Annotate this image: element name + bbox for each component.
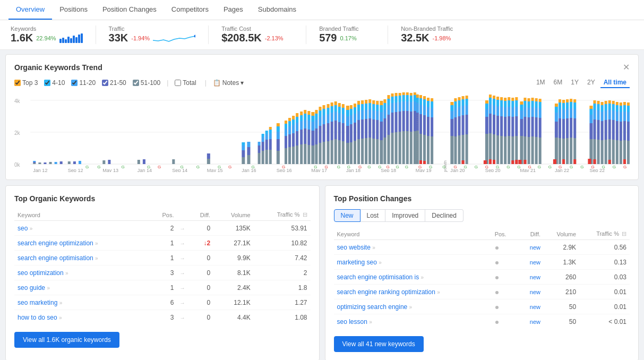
svg-rect-117 [292, 119, 295, 125]
pc-kw-link-5[interactable]: optimizing search engine [337, 303, 408, 311]
svg-rect-136 [307, 121, 310, 130]
nav-item-position-changes[interactable]: Position Changes [95, 0, 164, 20]
svg-rect-145 [319, 126, 321, 143]
svg-rect-420 [605, 140, 607, 164]
svg-rect-330 [504, 117, 506, 136]
svg-rect-443 [620, 112, 622, 122]
svg-rect-183 [350, 105, 353, 109]
traffic-filter-icon[interactable]: ⊟ [303, 211, 307, 218]
time-btn-6m[interactable]: 6M [551, 78, 566, 88]
nav-item-overview[interactable]: Overview [8, 0, 52, 20]
view-all-new-keywords-button[interactable]: View all 41 new keywords [334, 336, 424, 352]
svg-rect-353 [523, 107, 526, 117]
stat-traffic-cost-value: $208.5K [221, 32, 262, 44]
legend-total[interactable]: Total [175, 79, 196, 87]
svg-rect-282 [431, 117, 433, 136]
svg-rect-37 [311, 145, 314, 164]
svg-rect-196 [361, 110, 364, 119]
svg-rect-279 [427, 101, 430, 107]
svg-rect-388 [566, 138, 569, 164]
svg-rect-329 [504, 136, 506, 164]
svg-rect-376 [539, 99, 542, 102]
svg-rect-251 [406, 101, 409, 111]
svg-rect-440 [616, 102, 619, 105]
pc-kw-link-1[interactable]: seo website [337, 244, 371, 251]
svg-rect-272 [423, 106, 426, 115]
svg-rect-237 [395, 96, 398, 102]
time-btn-all[interactable]: All time [600, 78, 630, 88]
svg-rect-47 [380, 140, 383, 164]
legend-11-20-label: 11-20 [79, 79, 96, 87]
svg-rect-106 [285, 128, 287, 136]
chart-area: 4k 2k 0k [14, 92, 630, 172]
svg-rect-235 [395, 112, 398, 132]
legend-4-10[interactable]: 4-10 [44, 79, 65, 87]
kw-link[interactable]: seo marketing [18, 299, 57, 306]
svg-rect-362 [531, 136, 534, 164]
svg-rect-107 [285, 124, 287, 128]
svg-rect-452 [627, 141, 630, 164]
svg-rect-441 [620, 141, 622, 164]
tab-new[interactable]: New [334, 209, 360, 222]
pc-traffic-filter-icon[interactable]: ⊟ [622, 230, 626, 237]
svg-rect-285 [431, 98, 433, 101]
external-link-icon: » [30, 226, 33, 232]
tab-declined[interactable]: Declined [425, 209, 463, 222]
svg-rect-305 [466, 99, 468, 105]
svg-rect-323 [496, 97, 499, 100]
chart-close-icon[interactable]: ✕ [623, 62, 630, 72]
svg-text:G: G [613, 165, 616, 169]
time-btn-1m[interactable]: 1M [533, 78, 548, 88]
pc-kw-link-6[interactable]: seo lesson [337, 318, 367, 325]
legend-11-20[interactable]: 11-20 [71, 79, 96, 87]
svg-rect-165 [334, 121, 337, 139]
kw-link[interactable]: search engine optimisation [18, 254, 93, 262]
svg-rect-85 [589, 109, 593, 115]
arrow-icon: → [180, 315, 185, 321]
svg-rect-59 [450, 136, 453, 164]
time-btn-1y[interactable]: 1Y [568, 78, 582, 88]
stat-keywords-value: 1.6K [11, 32, 33, 44]
tab-improved[interactable]: Improved [385, 209, 425, 222]
svg-text:G: G [228, 165, 231, 169]
svg-rect-324 [500, 136, 503, 164]
time-btn-2y[interactable]: 2Y [584, 78, 598, 88]
svg-rect-449 [623, 105, 626, 112]
svg-rect-347 [515, 107, 518, 116]
svg-rect-337 [508, 100, 510, 107]
nav-item-subdomains[interactable]: Subdomains [251, 0, 304, 20]
legend-51-100-label: 51-100 [141, 79, 160, 87]
tab-lost[interactable]: Lost [360, 209, 386, 222]
svg-rect-91 [262, 151, 264, 164]
pc-col-arrow [510, 228, 520, 240]
svg-rect-210 [372, 119, 375, 139]
legend-top3[interactable]: Top 3 [14, 79, 38, 87]
notes-button[interactable]: 📋 Notes ▾ [213, 79, 244, 87]
view-all-keywords-button[interactable]: View all 1.6K organic keywords [14, 332, 119, 348]
stats-bar: Keywords 1.6K 22.94% Traffic 33K -1.94% [0, 20, 644, 50]
chart-legend: Top 3 4-10 11-20 21-50 51-100 [14, 79, 244, 87]
svg-rect-364 [531, 107, 534, 117]
stat-branded-change: 0.17% [340, 35, 357, 41]
svg-rect-95 [265, 150, 268, 164]
kw-link[interactable]: search engine optimization [18, 239, 93, 247]
nav-item-competitors[interactable]: Competitors [164, 0, 216, 20]
svg-rect-266 [419, 105, 422, 114]
svg-rect-288 [454, 108, 457, 117]
legend-51-100[interactable]: 51-100 [133, 79, 160, 87]
kw-link-seo[interactable]: seo [18, 225, 28, 232]
stat-keywords-change: 22.94% [36, 35, 56, 41]
nav-item-pages[interactable]: Pages [216, 0, 251, 20]
kw-link[interactable]: seo guide [18, 284, 45, 292]
svg-text:G: G [570, 165, 573, 169]
legend-21-50[interactable]: 21-50 [102, 79, 126, 87]
svg-text:Jan 22: Jan 22 [555, 168, 569, 172]
pc-kw-link-2[interactable]: marketing seo [337, 259, 377, 266]
pc-kw-link-4[interactable]: search engine ranking optimization [337, 288, 435, 296]
svg-text:G: G [548, 165, 552, 169]
svg-rect-434 [612, 104, 615, 110]
kw-link[interactable]: seo optimization [18, 269, 64, 277]
pc-kw-link-3[interactable]: search engine optimisation is [337, 273, 419, 281]
kw-link[interactable]: how to do seo [18, 314, 57, 321]
nav-item-positions[interactable]: Positions [52, 0, 95, 20]
